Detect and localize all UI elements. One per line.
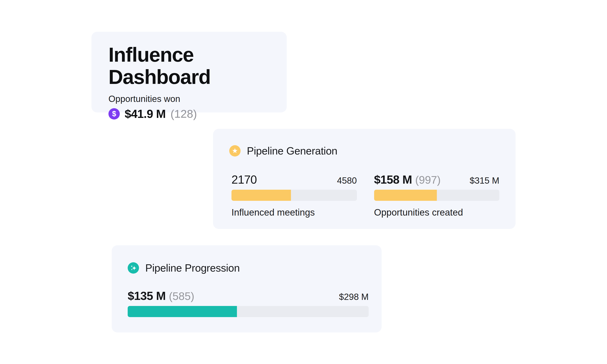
pipeline-progression-card: Pipeline Progression $135 M (585) $298 M (112, 245, 382, 332)
influenced-meetings-metric: 2170 4580 Influenced meetings (231, 173, 357, 218)
influenced-meetings-progress-fill (231, 190, 291, 201)
progression-value: $135 M (128, 289, 166, 302)
opportunities-created-value: $158 M (374, 173, 412, 186)
influenced-meetings-progress-track (231, 190, 357, 201)
progression-metric: $135 M (585) $298 M (128, 289, 369, 302)
influenced-meetings-label: Influenced meetings (231, 207, 357, 218)
opportunities-created-target: $315 M (470, 176, 499, 186)
card-title: Pipeline Progression (145, 262, 240, 274)
dollar-icon: $ (108, 108, 120, 119)
progression-target: $298 M (339, 292, 369, 302)
opportunities-won-row: $ $41.9 M (128) (108, 107, 275, 120)
pipeline-generation-header: Pipeline Generation (229, 145, 499, 157)
card-title: Pipeline Generation (247, 145, 337, 157)
opportunities-won-count: (128) (171, 107, 197, 120)
influence-dashboard: Influence Dashboard Opportunities won $ … (0, 0, 607, 364)
influenced-meetings-value: 2170 (231, 173, 257, 186)
star-icon (229, 145, 241, 156)
opportunities-created-progress-fill (374, 190, 437, 201)
opportunities-created-label: Opportunities created (374, 207, 500, 218)
pipeline-generation-card: Pipeline Generation 2170 4580 Influenced… (213, 129, 515, 229)
influenced-meetings-target: 4580 (337, 176, 357, 186)
summary-card: Influence Dashboard Opportunities won $ … (92, 32, 287, 112)
opportunities-won-label: Opportunities won (108, 94, 275, 103)
opportunities-won-value: $41.9 M (125, 107, 166, 120)
pipeline-progression-header: Pipeline Progression (128, 262, 369, 274)
sparkles-icon (128, 262, 139, 273)
progression-progress-fill (128, 306, 237, 317)
page-title: Influence Dashboard (108, 43, 275, 88)
generation-metrics: 2170 4580 Influenced meetings $158 M (99… (231, 173, 499, 218)
progression-count: (585) (169, 290, 194, 302)
opportunities-created-metric: $158 M (997) $315 M Opportunities create… (374, 173, 500, 218)
opportunities-created-progress-track (374, 190, 500, 201)
progression-progress-track (128, 306, 369, 317)
opportunities-created-count: (997) (415, 173, 441, 186)
